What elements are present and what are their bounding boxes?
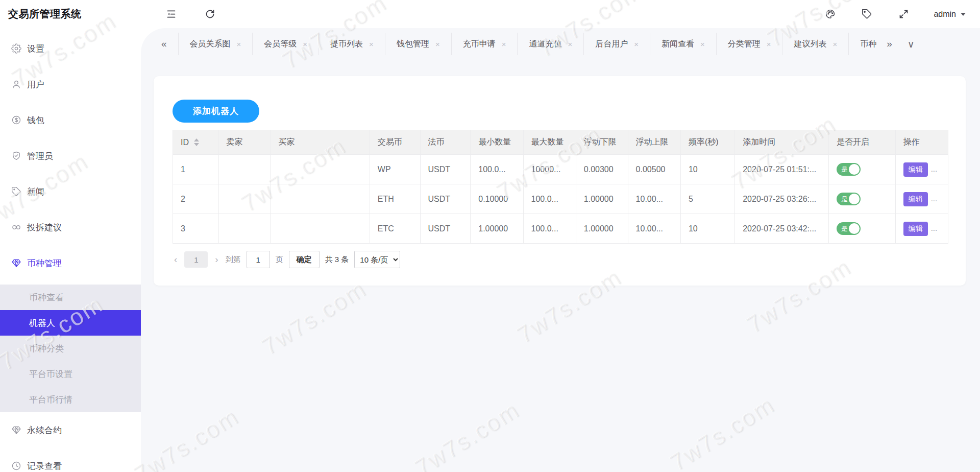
tabs-scroll-left-icon[interactable]: « xyxy=(161,33,179,55)
sidebar-item-perpetual-contract[interactable]: 永续合约 xyxy=(0,412,141,448)
diamond-icon xyxy=(11,258,21,268)
tab-close-icon[interactable]: × xyxy=(435,40,440,48)
sidebar-item-records[interactable]: 记录查看 xyxy=(0,448,141,472)
toggle-knob xyxy=(849,164,860,175)
confirm-page-button[interactable]: 确定 xyxy=(289,251,320,268)
cell-max: 100.0... xyxy=(523,214,576,244)
submenu-item-robot[interactable]: 机器人 xyxy=(0,310,141,336)
cell-frequency: 10 xyxy=(680,214,734,244)
page-size-select[interactable]: 10 条/页 xyxy=(354,251,400,268)
tag-icon[interactable] xyxy=(860,8,873,21)
sort-icon[interactable] xyxy=(194,138,199,146)
enabled-toggle[interactable]: 是 xyxy=(837,163,861,176)
sidebar-item-label: 记录查看 xyxy=(27,460,62,472)
tab-label: 通道充值 xyxy=(529,39,561,50)
tab-close-icon[interactable]: × xyxy=(502,40,506,48)
edit-button[interactable]: 编辑 xyxy=(903,162,928,177)
column-header-min: 最小数量 xyxy=(471,130,523,155)
cell-fiat: USDT xyxy=(420,214,471,244)
cell-buyer xyxy=(271,214,370,244)
tab-close-icon[interactable]: × xyxy=(767,40,771,48)
tag-icon xyxy=(11,186,21,197)
submenu-item-coin-view[interactable]: 币种查看 xyxy=(0,285,141,310)
cell-actions: 编辑... xyxy=(895,214,948,244)
tab-label: 充币申请 xyxy=(463,39,496,50)
current-page[interactable]: 1 xyxy=(184,251,208,268)
tab-member-relation[interactable]: 会员关系图 × xyxy=(179,33,253,55)
palette-icon[interactable] xyxy=(823,8,837,21)
cell-seller xyxy=(218,155,271,184)
submenu-item-platform-coin-market[interactable]: 平台币行情 xyxy=(0,387,141,412)
refresh-icon[interactable] xyxy=(203,8,216,21)
sidebar-item-news[interactable]: 新闻 xyxy=(0,174,141,209)
tab-coin[interactable]: 币种 xyxy=(849,33,879,55)
tab-label: 会员关系图 xyxy=(190,39,231,50)
fullscreen-icon[interactable] xyxy=(897,8,910,21)
menu-fold-icon[interactable] xyxy=(164,8,178,21)
submenu-item-platform-coin-settings[interactable]: 平台币设置 xyxy=(0,361,141,387)
tab-close-icon[interactable]: × xyxy=(700,40,705,48)
next-page-icon[interactable]: › xyxy=(213,254,219,265)
tab-withdraw-list[interactable]: 提币列表 × xyxy=(319,33,385,55)
submenu-item-coin-category[interactable]: 币种分类 xyxy=(0,336,141,361)
cell-coin: ETH xyxy=(370,184,420,214)
sidebar-item-wallet[interactable]: 钱包 xyxy=(0,102,141,138)
edit-button[interactable]: 编辑 xyxy=(903,222,928,236)
prev-page-icon[interactable]: ‹ xyxy=(173,254,179,265)
truncated-actions: ... xyxy=(931,194,938,203)
pagination: ‹ 1 › 到第 页 确定 共 3 条 10 条/页 xyxy=(173,251,948,268)
sidebar-item-coin-management[interactable]: 币种管理 xyxy=(0,245,141,281)
cell-max: 10000... xyxy=(523,155,576,184)
sidebar-item-label: 用户 xyxy=(27,79,44,90)
tab-suggestion-list[interactable]: 建议列表 × xyxy=(782,33,849,55)
tab-backend-users[interactable]: 后台用户 × xyxy=(584,33,650,55)
add-robot-button[interactable]: 添加机器人 xyxy=(173,100,259,123)
cell-coin: WP xyxy=(370,155,420,184)
enabled-toggle[interactable]: 是 xyxy=(837,222,861,235)
body: 设置 用户 钱包 xyxy=(0,28,980,472)
app-title: 交易所管理系统 xyxy=(8,7,141,21)
sidebar: 设置 用户 钱包 xyxy=(0,28,141,472)
user-menu[interactable]: admin xyxy=(934,10,966,19)
tab-close-icon[interactable]: × xyxy=(634,40,639,48)
tab-close-icon[interactable]: × xyxy=(303,40,307,48)
tab-category-management[interactable]: 分类管理 × xyxy=(717,33,783,55)
tab-close-icon[interactable]: × xyxy=(369,40,374,48)
tabs-scroll-right-icon[interactable]: » xyxy=(887,38,892,50)
sidebar-item-suggestions[interactable]: 投拆建议 xyxy=(0,209,141,245)
column-header-id[interactable]: ID xyxy=(173,130,219,155)
tabs-dropdown-icon[interactable]: ∨ xyxy=(908,38,915,50)
table-header-row: ID 卖家 买家 交易币 法币 最小数量 最大数量 浮动下限 浮动上限 xyxy=(173,130,948,155)
cell-min: 1.00000 xyxy=(471,214,523,244)
sidebar-item-label: 币种管理 xyxy=(27,257,62,269)
goto-suffix-label: 页 xyxy=(276,255,283,265)
tab-news-view[interactable]: 新闻查看 × xyxy=(650,33,717,55)
goto-page-input[interactable] xyxy=(247,251,270,268)
cell-added-time: 2020-07-25 03:42:... xyxy=(735,214,829,244)
cell-actions: 编辑... xyxy=(895,155,948,184)
column-header-fiat: 法币 xyxy=(420,130,471,155)
sidebar-item-settings[interactable]: 设置 xyxy=(0,31,141,66)
cell-frequency: 10 xyxy=(680,155,734,184)
tab-deposit-apply[interactable]: 充币申请 × xyxy=(452,33,518,55)
tab-close-icon[interactable]: × xyxy=(237,40,241,48)
tab-close-icon[interactable]: × xyxy=(568,40,572,48)
enabled-toggle[interactable]: 是 xyxy=(837,193,861,205)
tab-wallet-management[interactable]: 钱包管理 × xyxy=(385,33,452,55)
sidebar-item-admins[interactable]: 管理员 xyxy=(0,138,141,174)
content: « 会员关系图 × 会员等级 × 提币列表 × 钱包管理 × xyxy=(141,28,980,472)
truncated-actions: ... xyxy=(931,164,938,173)
column-header-buyer: 买家 xyxy=(271,130,370,155)
sidebar-item-users[interactable]: 用户 xyxy=(0,66,141,102)
tab-channel-recharge[interactable]: 通道充值 × xyxy=(518,33,584,55)
user-name: admin xyxy=(934,10,956,19)
sidebar-item-label: 新闻 xyxy=(27,186,44,198)
cell-id: 2 xyxy=(173,184,219,214)
edit-button[interactable]: 编辑 xyxy=(903,192,928,206)
column-header-label: ID xyxy=(181,138,189,147)
tab-close-icon[interactable]: × xyxy=(832,40,837,48)
column-header-seller: 卖家 xyxy=(218,130,271,155)
user-icon xyxy=(11,79,21,89)
sidebar-item-label: 投拆建议 xyxy=(27,222,62,233)
tab-member-level[interactable]: 会员等级 × xyxy=(253,33,319,55)
